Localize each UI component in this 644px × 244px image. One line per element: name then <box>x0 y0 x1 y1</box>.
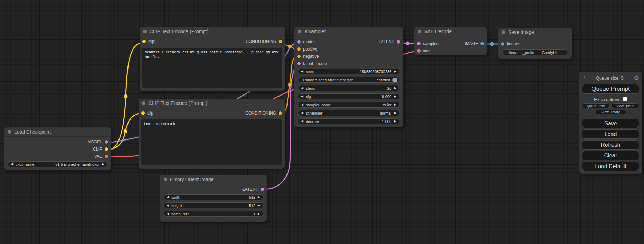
ckpt-name-widget[interactable]: ◀ ckpt_name v1-5-pruned-emaonly.ckpt ▶ <box>8 161 107 167</box>
load-button[interactable]: Load <box>582 129 639 139</box>
increment-arrow-icon[interactable]: ▶ <box>394 111 396 115</box>
output-label-model: MODEL <box>87 139 102 144</box>
input-label-clip: clip <box>148 39 155 44</box>
input-slot-icon-images[interactable] <box>501 42 504 46</box>
batch-size-widget[interactable]: ◀ batch_size 1 ▶ <box>164 211 263 217</box>
node-title-bar: CLIP Text Encode (Prompt) <box>140 27 285 36</box>
increment-arrow-icon[interactable]: ▶ <box>258 204 260 207</box>
drag-handle-icon[interactable]: ⠿ <box>582 75 585 81</box>
refresh-button[interactable]: Refresh <box>582 140 639 150</box>
collapse-dot-icon[interactable] <box>502 30 505 34</box>
output-label-latent: LATENT <box>242 187 258 192</box>
node-load-checkpoint[interactable]: Load Checkpoint MODEL CLIP VAE ◀ ckpt_na… <box>4 127 111 170</box>
decrement-arrow-icon[interactable]: ◀ <box>301 95 303 98</box>
decrement-arrow-icon[interactable]: ◀ <box>301 70 303 73</box>
input-slot-icon-samples[interactable] <box>417 42 421 45</box>
increment-arrow-icon[interactable]: ▶ <box>258 212 260 215</box>
node-title-bar: CLIP Text Encode (Prompt) <box>139 99 285 108</box>
node-vae-decode[interactable]: VAE Decode samples IMAGE vae <box>414 27 487 55</box>
link-dot <box>406 42 410 45</box>
view-history-button[interactable]: View History <box>595 110 626 114</box>
input-slot-icon-model[interactable] <box>297 40 301 44</box>
increment-arrow-icon[interactable]: ▶ <box>394 70 396 73</box>
input-slot-icon-positive[interactable] <box>297 47 301 51</box>
decrement-arrow-icon[interactable]: ◀ <box>301 103 303 106</box>
widget-value: 1 <box>253 212 255 216</box>
width-widget[interactable]: ◀ width 512 ▶ <box>164 194 263 200</box>
input-label-clip: clip <box>147 111 153 116</box>
positive-prompt-textarea[interactable]: beautiful scenery nature glass bottle la… <box>142 48 282 88</box>
increment-arrow-icon[interactable]: ▶ <box>394 103 396 106</box>
sampler-name-widget[interactable]: ◀ sampler_name euler ▶ <box>298 102 399 108</box>
collapse-dot-icon[interactable] <box>8 130 11 134</box>
decrement-arrow-icon[interactable]: ◀ <box>301 87 303 90</box>
node-title: Save Image <box>508 29 534 35</box>
increment-arrow-icon[interactable]: ▶ <box>394 95 396 98</box>
collapse-dot-icon[interactable] <box>298 30 301 33</box>
widget-value: 512 <box>249 195 255 199</box>
decrement-arrow-icon[interactable]: ◀ <box>167 212 169 215</box>
input-slot-icon-negative[interactable] <box>297 55 301 58</box>
clear-button[interactable]: Clear <box>582 151 639 160</box>
collapse-dot-icon[interactable] <box>143 30 147 33</box>
collapse-dot-icon[interactable] <box>164 178 167 181</box>
node-title-bar: KSampler <box>294 27 403 36</box>
increment-arrow-icon[interactable]: ▶ <box>102 163 104 166</box>
collapse-dot-icon[interactable] <box>142 101 145 105</box>
cfg-widget[interactable]: ◀ cfg 8.000 ▶ <box>298 93 399 99</box>
output-slot-icon-model[interactable] <box>105 140 108 144</box>
steps-widget[interactable]: ◀ steps 20 ▶ <box>298 85 399 91</box>
increment-arrow-icon[interactable]: ▶ <box>394 120 396 123</box>
output-slot-icon-conditioning[interactable] <box>279 111 282 115</box>
scheduler-widget[interactable]: ◀ scheduler normal ▶ <box>298 110 399 116</box>
denoise-widget[interactable]: ◀ denoise 1.000 ▶ <box>298 118 399 124</box>
widget-value: 8.000 <box>382 94 392 99</box>
decrement-arrow-icon[interactable]: ◀ <box>11 163 13 166</box>
height-widget[interactable]: ◀ height 512 ▶ <box>164 202 263 208</box>
decrement-arrow-icon[interactable]: ◀ <box>301 120 303 123</box>
load-default-button[interactable]: Load Default <box>582 162 639 171</box>
increment-arrow-icon[interactable]: ▶ <box>394 87 396 90</box>
output-slot-icon-clip[interactable] <box>105 147 108 151</box>
input-slot-icon-vae[interactable] <box>417 49 421 53</box>
save-button[interactable]: Save <box>582 119 639 128</box>
node-title: VAE Decode <box>424 29 452 34</box>
node-empty-latent-image[interactable]: Empty Latent Image LATENT ◀ width 512 ▶ … <box>160 175 267 222</box>
input-slot-icon-clip[interactable] <box>142 40 146 43</box>
output-slot-icon-latent[interactable] <box>261 188 264 191</box>
collapse-dot-icon[interactable] <box>418 30 421 33</box>
widget-label: denoise <box>306 119 319 124</box>
node-clip-text-encode-negative[interactable]: CLIP Text Encode (Prompt) clip CONDITION… <box>139 99 285 169</box>
queue-front-button[interactable]: Queue Front <box>582 103 610 108</box>
node-clip-text-encode-positive[interactable]: CLIP Text Encode (Prompt) clip CONDITION… <box>140 27 285 91</box>
toggle-icon[interactable] <box>392 78 397 82</box>
queue-prompt-button[interactable]: Queue Prompt <box>582 84 639 94</box>
input-slot-icon-latent-image[interactable] <box>297 62 301 65</box>
widget-value: 156680208700286 <box>360 70 391 74</box>
node-graph-canvas[interactable]: Load Checkpoint MODEL CLIP VAE ◀ ckpt_na… <box>0 0 644 244</box>
output-slot-icon-latent[interactable] <box>397 40 400 44</box>
output-slot-icon-conditioning[interactable] <box>279 40 282 43</box>
widget-label: scheduler <box>306 111 323 115</box>
decrement-arrow-icon[interactable]: ◀ <box>167 204 169 207</box>
node-title-bar: VAE Decode <box>414 27 487 36</box>
output-slot-icon-vae[interactable] <box>105 155 108 158</box>
increment-arrow-icon[interactable]: ▶ <box>258 196 260 199</box>
settings-gear-icon[interactable]: ⚙ <box>634 75 639 81</box>
decrement-arrow-icon[interactable]: ◀ <box>301 111 303 115</box>
negative-prompt-textarea[interactable]: text, watermark <box>141 119 282 165</box>
output-label-latent: LATENT <box>379 39 394 44</box>
extra-options-label: Extra options <box>594 97 620 102</box>
extra-options-checkbox[interactable] <box>623 97 627 101</box>
random-seed-widget[interactable]: Random seed after every gen enabled <box>298 77 399 83</box>
node-save-image[interactable]: Save Image images filename_prefix ComfyU… <box>498 28 572 59</box>
output-slot-icon-image[interactable] <box>480 42 484 45</box>
link-dot <box>490 42 494 46</box>
filename-prefix-widget[interactable]: filename_prefix ComfyUI <box>502 49 567 55</box>
decrement-arrow-icon[interactable]: ◀ <box>167 196 169 199</box>
output-label-conditioning: CONDITIONING <box>245 111 276 116</box>
node-ksampler[interactable]: KSampler model LATENT positive negative <box>294 27 403 127</box>
seed-widget[interactable]: ◀ seed 156680208700286 ▶ <box>298 69 399 74</box>
input-slot-icon-clip[interactable] <box>141 111 145 115</box>
view-queue-button[interactable]: View Queue <box>611 103 639 108</box>
